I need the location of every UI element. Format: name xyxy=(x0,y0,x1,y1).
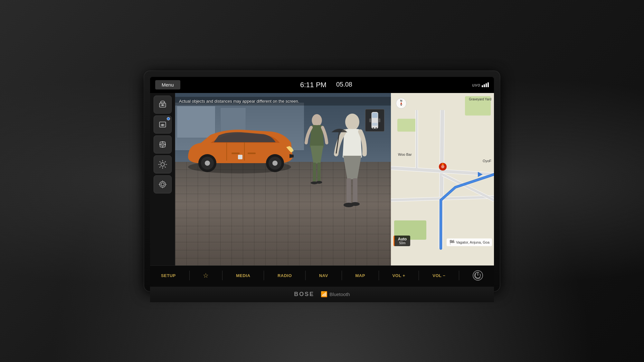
bluetooth-icon: 📶 xyxy=(321,291,327,298)
favorite-nav-item[interactable]: ☆ xyxy=(200,270,212,281)
oyof-label: OyoF xyxy=(483,159,491,163)
svg-rect-54 xyxy=(375,127,377,129)
svg-rect-45 xyxy=(317,162,321,182)
orange-car xyxy=(182,119,298,177)
destination-text: Vagator, Anjuna, Goa xyxy=(456,240,489,244)
car-top-view-svg xyxy=(366,110,383,130)
svg-point-32 xyxy=(205,161,210,166)
current-date: 05.08 xyxy=(336,81,352,89)
svg-point-7 xyxy=(162,125,163,125)
svg-point-35 xyxy=(272,161,278,166)
svg-point-15 xyxy=(161,162,164,166)
rear-camera-button[interactable] xyxy=(154,116,172,134)
bose-branding-bar: BOSE 📶 Bluetooth xyxy=(150,287,494,302)
nav-divider-1 xyxy=(189,271,190,280)
car-svg xyxy=(182,119,298,177)
svg-rect-53 xyxy=(373,127,374,129)
signal-bar-3 xyxy=(486,83,487,87)
svg-line-22 xyxy=(165,161,165,162)
brightness-button[interactable] xyxy=(154,155,172,173)
uvo-text: uvo xyxy=(472,82,480,88)
svg-rect-28 xyxy=(232,153,240,154)
svg-line-20 xyxy=(159,161,160,162)
setup-nav-item[interactable]: SETUP xyxy=(158,272,179,279)
bose-logo: BOSE xyxy=(294,291,314,298)
svg-rect-50 xyxy=(372,123,377,125)
warning-message: Actual objects and distances may appear … xyxy=(179,99,299,104)
compass-svg: N xyxy=(395,97,407,109)
nav-divider-6 xyxy=(379,271,379,280)
signal-bar-2 xyxy=(484,84,485,87)
compass: N xyxy=(395,97,407,110)
svg-point-4 xyxy=(161,105,163,106)
map-content: N Graveyard Yard Woo Bar OyoF xyxy=(391,93,494,265)
media-label: MEDIA xyxy=(236,273,250,278)
power-nav-item[interactable] xyxy=(469,269,486,282)
bluetooth-section: 📶 Bluetooth xyxy=(321,291,350,298)
svg-point-1 xyxy=(160,101,165,103)
location-marker-svg xyxy=(438,162,448,172)
signal-bar-1 xyxy=(482,85,483,87)
surround-camera-button[interactable] xyxy=(154,135,172,153)
graveyard-yard-label: Graveyard Yard xyxy=(469,97,491,101)
svg-point-41 xyxy=(351,202,360,206)
nav-divider-2 xyxy=(222,271,223,280)
camera-settings-button[interactable] xyxy=(154,175,172,193)
top-bar: Menu 6:11 PM 05.08 uvo xyxy=(150,77,494,93)
map-panel: N Graveyard Yard Woo Bar OyoF xyxy=(391,93,494,265)
svg-rect-11 xyxy=(162,141,163,142)
svg-rect-12 xyxy=(162,146,163,147)
uvo-logo: uvo xyxy=(472,82,489,88)
vol-down-nav-item[interactable]: VOL − xyxy=(429,272,449,279)
svg-point-24 xyxy=(161,183,164,186)
star-icon: ☆ xyxy=(203,272,209,279)
nav-divider-7 xyxy=(419,271,419,280)
nav-divider-3 xyxy=(264,271,264,280)
map-label: MAP xyxy=(355,273,365,278)
vol-down-label: VOL − xyxy=(432,273,445,278)
svg-point-73 xyxy=(475,272,481,279)
svg-rect-51 xyxy=(369,118,372,122)
destination-label: 🏁 Vagator, Anjuna, Goa xyxy=(447,238,492,246)
signal-bar-4 xyxy=(488,82,489,87)
brightness-icon xyxy=(157,159,168,170)
media-nav-item[interactable]: MEDIA xyxy=(233,272,253,279)
svg-rect-44 xyxy=(313,162,316,182)
car-top-view-indicator xyxy=(365,109,384,132)
svg-point-47 xyxy=(316,181,322,184)
active-indicator xyxy=(167,117,170,120)
nav-nav-item[interactable]: NAV xyxy=(316,272,331,279)
menu-button[interactable]: Menu xyxy=(155,80,180,89)
vol-up-nav-item[interactable]: VOL + xyxy=(389,272,408,279)
svg-rect-36 xyxy=(238,155,242,159)
bluetooth-text: Bluetooth xyxy=(329,292,350,297)
svg-point-10 xyxy=(162,144,163,144)
radio-nav-item[interactable]: RADIO xyxy=(274,272,295,279)
auto-badge: Auto 50m xyxy=(393,236,410,246)
display-area: Menu 6:11 PM 05.08 uvo xyxy=(150,77,494,285)
auto-label: Auto xyxy=(397,237,408,241)
nav-divider-4 xyxy=(305,271,306,280)
front-camera-button[interactable] xyxy=(154,96,172,114)
screen-unit: Menu 6:11 PM 05.08 uvo xyxy=(148,75,496,287)
svg-rect-52 xyxy=(378,118,380,122)
current-time: 6:11 PM xyxy=(300,81,327,89)
person-2-svg xyxy=(301,109,333,199)
svg-rect-49 xyxy=(372,113,377,118)
camera-warning-text: Actual objects and distances may appear … xyxy=(175,97,391,106)
svg-point-71 xyxy=(441,165,444,168)
map-nav-item[interactable]: MAP xyxy=(352,272,368,279)
destination-flag-icon: 🏁 xyxy=(449,240,455,245)
location-marker xyxy=(438,162,448,174)
car-interior: Menu 6:11 PM 05.08 uvo xyxy=(0,0,644,362)
camera-controls-sidebar xyxy=(150,93,175,265)
svg-line-23 xyxy=(159,166,160,167)
settings-gear-icon xyxy=(157,179,168,190)
bottom-nav-bar: SETUP ☆ MEDIA RADIO NAV xyxy=(150,265,494,285)
nav-divider-8 xyxy=(459,271,459,280)
svg-line-21 xyxy=(165,166,165,167)
time-display: 6:11 PM 05.08 xyxy=(300,81,352,89)
distance-label: 50m xyxy=(397,241,408,245)
svg-rect-38 xyxy=(346,178,351,204)
power-button[interactable] xyxy=(473,270,483,281)
